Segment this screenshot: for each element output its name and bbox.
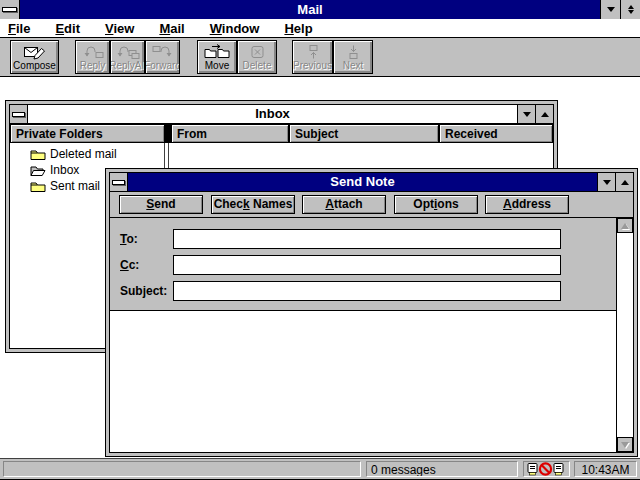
send-note-titlebar[interactable]: Send Note bbox=[110, 173, 633, 192]
window-dash-icon bbox=[12, 112, 25, 117]
folder-closed-icon bbox=[30, 148, 46, 161]
mail-offline-icon bbox=[526, 462, 567, 476]
toolbar-button-label: Compose bbox=[13, 60, 56, 71]
compose-icon bbox=[23, 43, 47, 60]
reply-icon bbox=[81, 44, 105, 60]
folder-label: Inbox bbox=[50, 163, 79, 177]
reply-all-icon bbox=[116, 44, 140, 60]
attach-button[interactable]: Attach bbox=[302, 195, 386, 214]
to-label: To: bbox=[120, 232, 138, 246]
cc-field[interactable] bbox=[173, 255, 561, 275]
move-button[interactable]: Move bbox=[197, 40, 237, 74]
app-titlebar[interactable]: Mail bbox=[0, 0, 640, 19]
window-dash-icon bbox=[112, 180, 125, 185]
folder-label: Deleted mail bbox=[50, 147, 117, 161]
inbox-title: Inbox bbox=[28, 105, 517, 123]
restore-icon bbox=[628, 5, 634, 9]
send-note-title: Send Note bbox=[128, 173, 597, 191]
send-note-window: Send Note Send Check Names Attach Option… bbox=[105, 168, 638, 457]
previous-icon bbox=[301, 44, 325, 60]
toolbar-button-label: ReplyAll bbox=[110, 60, 145, 71]
subject-label: Subject: bbox=[120, 284, 167, 298]
compose-button[interactable]: Compose bbox=[10, 40, 59, 74]
inbox-minimize-button[interactable] bbox=[517, 105, 535, 123]
status-connection-panel bbox=[523, 461, 570, 477]
send-button[interactable]: Send bbox=[119, 195, 203, 214]
menu-bar: File Edit View Mail Window Help bbox=[0, 19, 640, 38]
minimize-icon bbox=[523, 112, 531, 117]
inbox-column-headers: Private Folders From Subject Received bbox=[10, 124, 553, 143]
app-title: Mail bbox=[20, 0, 600, 19]
window-dash-icon bbox=[2, 7, 17, 12]
send-note-button-row: Send Check Names Attach Options Address bbox=[110, 192, 633, 218]
send-note-header-fields: To: Cc: Subject: bbox=[110, 218, 616, 311]
status-message-count: 0 messages bbox=[366, 461, 518, 477]
toolbar-button-label: Move bbox=[205, 60, 229, 71]
status-clock: 10:43AM bbox=[574, 461, 637, 477]
forward-icon bbox=[151, 44, 175, 60]
toolbar-button-label: Previous bbox=[293, 60, 332, 71]
to-field[interactable] bbox=[173, 229, 561, 249]
arrow-down-icon bbox=[621, 442, 629, 448]
status-panel-main bbox=[3, 461, 361, 477]
message-body-area[interactable] bbox=[110, 311, 616, 452]
column-header-private-folders[interactable]: Private Folders bbox=[10, 124, 165, 143]
send-note-minimize-button[interactable] bbox=[597, 173, 615, 191]
cc-label: Cc: bbox=[120, 258, 139, 272]
next-icon bbox=[341, 44, 365, 60]
minimize-button[interactable] bbox=[600, 0, 620, 19]
menu-item-window[interactable]: Window bbox=[210, 21, 260, 36]
forward-button[interactable]: Forward bbox=[145, 40, 180, 74]
message-scrollbar bbox=[616, 218, 633, 452]
folder-label: Sent mail bbox=[50, 179, 100, 193]
column-header-from[interactable]: From bbox=[171, 124, 289, 143]
toolbar-button-label: Next bbox=[343, 60, 364, 71]
menu-item-edit[interactable]: Edit bbox=[55, 21, 80, 36]
menu-item-view[interactable]: View bbox=[105, 21, 134, 36]
send-note-maximize-button[interactable] bbox=[615, 173, 633, 191]
address-button[interactable]: Address bbox=[485, 195, 569, 214]
minimize-icon bbox=[603, 180, 611, 185]
inbox-maximize-button[interactable] bbox=[535, 105, 553, 123]
reply-all-button[interactable]: ReplyAll bbox=[110, 40, 145, 74]
scrollbar-track[interactable] bbox=[617, 233, 633, 437]
previous-button[interactable]: Previous bbox=[292, 40, 333, 74]
check-names-button[interactable]: Check Names bbox=[211, 195, 295, 214]
maximize-icon bbox=[541, 112, 549, 117]
toolbar-button-label: Forward bbox=[145, 60, 180, 71]
move-icon bbox=[204, 44, 230, 60]
system-menu-button[interactable] bbox=[0, 0, 20, 19]
options-button[interactable]: Options bbox=[394, 195, 478, 214]
column-header-received[interactable]: Received bbox=[439, 124, 553, 143]
status-bar: 0 messages 10:43AM bbox=[0, 458, 640, 480]
inbox-system-menu-button[interactable] bbox=[10, 105, 28, 123]
scroll-down-button[interactable] bbox=[617, 437, 633, 452]
reply-button[interactable]: Reply bbox=[75, 40, 110, 74]
delete-button[interactable]: Delete bbox=[237, 40, 277, 74]
toolbar: Compose Reply ReplyAll Forward bbox=[0, 38, 640, 77]
maximize-icon bbox=[621, 180, 629, 185]
menu-item-file[interactable]: File bbox=[8, 21, 30, 36]
column-header-subject[interactable]: Subject bbox=[289, 124, 439, 143]
minimize-icon bbox=[607, 7, 615, 12]
next-button[interactable]: Next bbox=[333, 40, 373, 74]
toolbar-button-label: Delete bbox=[243, 60, 272, 71]
toolbar-button-label: Reply bbox=[80, 60, 106, 71]
arrow-up-icon bbox=[621, 223, 629, 229]
scroll-up-button[interactable] bbox=[617, 218, 633, 233]
menu-item-mail[interactable]: Mail bbox=[159, 21, 184, 36]
folder-closed-icon bbox=[30, 180, 46, 193]
inbox-titlebar[interactable]: Inbox bbox=[10, 105, 553, 124]
restore-button[interactable] bbox=[620, 0, 640, 19]
folder-item-deleted-mail[interactable]: Deleted mail bbox=[10, 146, 164, 162]
delete-icon bbox=[245, 44, 269, 60]
menu-item-help[interactable]: Help bbox=[284, 21, 312, 36]
folder-open-icon bbox=[30, 164, 46, 177]
send-note-system-menu-button[interactable] bbox=[110, 173, 128, 191]
subject-field[interactable] bbox=[173, 281, 561, 301]
